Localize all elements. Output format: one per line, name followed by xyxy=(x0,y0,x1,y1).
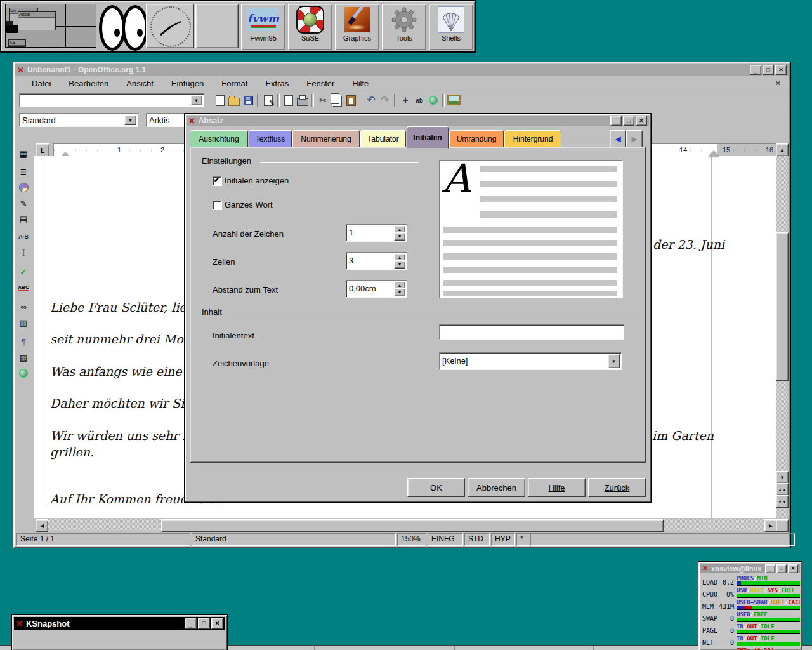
edit-file-icon[interactable]: ✎ xyxy=(261,93,275,107)
open-icon[interactable] xyxy=(227,93,241,107)
launcher-shells[interactable]: Shells xyxy=(429,4,473,50)
cut-icon[interactable]: ✂ xyxy=(316,93,330,107)
next-page-icon[interactable]: ▼▼ xyxy=(776,495,789,508)
mail-document-icon[interactable] xyxy=(282,93,296,107)
scroll-up-icon[interactable]: ▲ xyxy=(776,143,789,156)
pager-mini-window[interactable] xyxy=(6,25,18,33)
launcher-tools[interactable]: Tools xyxy=(382,4,426,50)
indent-marker-icon[interactable] xyxy=(709,151,719,157)
form-functions-icon[interactable]: ▤ xyxy=(15,211,32,227)
menu-ansicht[interactable]: Ansicht xyxy=(117,79,162,88)
url-combo[interactable]: ▼ xyxy=(19,93,204,107)
scroll-down-icon[interactable]: ▼ xyxy=(776,471,789,484)
draw-functions-icon[interactable]: ✎ xyxy=(15,196,32,211)
nonprinting-characters-icon[interactable]: ¶ xyxy=(15,334,32,349)
stylist-icon[interactable]: ab xyxy=(412,93,426,107)
data-sources-icon[interactable]: ▥ xyxy=(15,315,32,330)
fvwm-pager[interactable]: Un Absat KS xyxy=(5,4,96,48)
autospellcheck-icon[interactable]: ABC xyxy=(15,280,32,295)
status-zoom[interactable]: 150% xyxy=(397,533,426,546)
paste-icon[interactable] xyxy=(344,93,358,107)
graphics-onoff-icon[interactable]: ▨ xyxy=(15,350,32,365)
find-replace-icon[interactable]: ∞ xyxy=(15,299,32,314)
ruler-corner-button[interactable]: L xyxy=(36,143,49,157)
previous-page-icon[interactable]: ▲▲ xyxy=(776,483,789,496)
menu-einfuegen[interactable]: Einfügen xyxy=(162,79,213,88)
tab-tabulator[interactable]: Tabulator xyxy=(360,130,406,148)
writer-titlebar[interactable]: ✕ Unbenannt1 - OpenOffice.org 1.1 _ □ ✕ xyxy=(15,64,789,76)
launcher-suse[interactable]: SuSE xyxy=(288,4,332,50)
combo-arrow-icon[interactable]: ▼ xyxy=(608,354,620,368)
scroll-right-icon[interactable]: ▶ xyxy=(764,519,777,532)
close-button[interactable]: ✕ xyxy=(775,65,787,75)
dialog-maximize-button[interactable]: □ xyxy=(623,116,634,126)
minimize-button[interactable]: _ xyxy=(185,618,197,629)
tab-umrandung[interactable]: Umrandung xyxy=(449,130,504,148)
panel-blank-button[interactable] xyxy=(195,4,239,48)
hilfe-button[interactable]: Hilfe xyxy=(528,478,586,497)
initialen-anzeigen-checkbox[interactable] xyxy=(213,176,222,186)
scrollbar-corner[interactable] xyxy=(776,519,789,532)
spellcheck-icon[interactable]: ✓ xyxy=(15,264,32,279)
vertical-scrollbar-thumb[interactable] xyxy=(776,232,789,381)
abstand-spinbox[interactable]: 0,00cm ▲ ▼ xyxy=(346,280,407,298)
dialog-titlebar[interactable]: ✕ Absatz _ □ ✕ xyxy=(187,116,649,126)
direct-cursor-icon[interactable]: I xyxy=(15,245,32,260)
close-button[interactable]: ✕ xyxy=(211,618,223,629)
maximize-button[interactable]: □ xyxy=(776,564,787,573)
ksnapshot-titlebar[interactable]: ✕ KSnapshot _ □ ✕ xyxy=(14,617,225,630)
menu-fenster[interactable]: Fenster xyxy=(298,79,343,88)
tab-scroll-right-icon[interactable]: ▶ xyxy=(626,130,643,148)
spin-down-icon[interactable]: ▼ xyxy=(394,260,405,269)
minimize-button[interactable]: _ xyxy=(750,65,761,75)
insert-table-icon[interactable]: ▦ xyxy=(15,146,32,161)
initialentext-input[interactable] xyxy=(439,324,624,340)
menu-bearbeiten[interactable]: Bearbeiten xyxy=(60,79,117,88)
menu-datei[interactable]: Datei xyxy=(23,79,60,88)
pager-mini-window-dialog[interactable]: Absat xyxy=(18,11,56,30)
hyperlink-globe-icon[interactable] xyxy=(426,93,440,107)
print-icon[interactable] xyxy=(296,93,310,107)
spin-down-icon[interactable]: ▼ xyxy=(394,232,405,241)
ganzes-wort-checkbox[interactable] xyxy=(213,201,222,210)
tab-textfluss[interactable]: Textfluss xyxy=(249,130,292,148)
save-icon[interactable] xyxy=(241,93,255,107)
close-button[interactable]: ✕ xyxy=(788,564,798,573)
ok-button[interactable]: OK xyxy=(407,478,465,497)
anzahl-zeichen-spinbox[interactable]: 1 ▲ ▼ xyxy=(346,224,407,242)
tab-ausrichtung[interactable]: Ausrichtung xyxy=(190,130,248,148)
zeichenvorlage-combo[interactable]: [Keine] ▼ xyxy=(439,352,622,370)
redo-icon[interactable]: ↷ xyxy=(378,93,392,107)
maximize-button[interactable]: □ xyxy=(198,618,210,629)
spin-down-icon[interactable]: ▼ xyxy=(394,288,405,296)
tab-nummerierung[interactable]: Nummerierung xyxy=(292,130,360,148)
zurueck-button[interactable]: Zurück xyxy=(588,478,646,497)
menu-extras[interactable]: Extras xyxy=(256,79,298,88)
autotext-icon[interactable]: A·B xyxy=(15,229,32,244)
status-selection-mode[interactable]: STD xyxy=(464,533,490,546)
pager-mini-window-ksnapshot[interactable]: KS xyxy=(8,39,26,47)
menu-format[interactable]: Format xyxy=(213,79,256,88)
xosview-titlebar[interactable]: ✕ xosview@linux _ □ ✕ xyxy=(700,564,800,573)
url-combo-arrow-icon[interactable]: ▼ xyxy=(190,95,202,105)
maximize-button[interactable]: □ xyxy=(763,65,774,75)
style-combo-arrow-icon[interactable]: ▼ xyxy=(124,115,136,125)
dialog-close-button[interactable]: ✕ xyxy=(636,116,647,126)
paragraph-style-combo[interactable]: Standard ▼ xyxy=(19,113,138,127)
launcher-fvwm95[interactable]: fvwm Fvwm95 xyxy=(241,4,285,50)
tab-initialen[interactable]: Initialen xyxy=(407,126,449,149)
horizontal-scrollbar-thumb[interactable] xyxy=(161,519,664,532)
launcher-graphics[interactable]: Graphics xyxy=(335,4,379,50)
scroll-left-icon[interactable]: ◀ xyxy=(36,519,48,532)
gallery-icon[interactable] xyxy=(447,93,461,107)
online-layout-icon[interactable] xyxy=(15,366,32,381)
navigator-icon[interactable]: + xyxy=(398,93,412,107)
copy-icon[interactable] xyxy=(330,93,344,107)
insert-object-chart-icon[interactable] xyxy=(15,180,32,195)
insert-fields-icon[interactable]: ≣ xyxy=(15,164,32,179)
dialog-minimize-button[interactable]: _ xyxy=(610,116,622,126)
status-hyperlink-mode[interactable]: HYP xyxy=(491,533,515,546)
menu-hilfe[interactable]: Hilfe xyxy=(343,79,377,88)
minimize-button[interactable]: _ xyxy=(765,564,775,573)
tab-hintergrund[interactable]: Hintergrund xyxy=(504,130,561,148)
